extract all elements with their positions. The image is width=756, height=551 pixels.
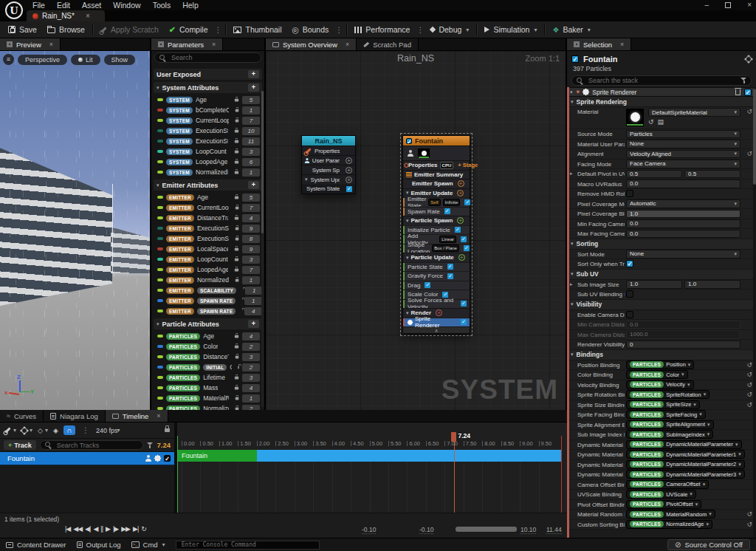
parameter-row[interactable]: EMITTERLoopCount3 [151,254,264,264]
add-icon[interactable]: + [346,167,352,174]
reset-to-default-icon[interactable]: ↺ [746,149,752,160]
reset-to-default-icon[interactable]: ↺ [746,370,752,380]
browse-to-asset-icon[interactable]: ▤ [658,118,664,126]
module-enabled-checkbox[interactable] [447,264,453,270]
emitter-enabled-checkbox[interactable] [406,138,412,144]
parameter-row[interactable]: EMITTERLocalSpace9 [151,244,264,254]
emitter-active-range-bar[interactable]: Fountain [177,450,257,462]
emitter-node-fountain[interactable]: Fountain Properties CPU + Stage Emitter … [402,135,470,334]
binding-position-binding[interactable]: PARTICLESPosition▾ [626,360,694,369]
parameter-row[interactable]: SYSTEMLoopCount3 [151,146,264,157]
binding-pivot-offset-binding[interactable]: PARTICLESPivotOffset▾ [626,500,701,509]
emitter-track-bar[interactable] [257,450,561,462]
minimize-icon[interactable]: – [705,0,709,10]
checkbox-remove-hmd-roll[interactable] [626,190,633,197]
binding-dynamic-material-3[interactable]: PARTICLESDynamicMaterialParameter3▾ [626,470,745,479]
parameter-row[interactable]: EMITTERExecutionSta8 [151,233,264,244]
parameter-row[interactable]: SYSTEMCurrentLoopD7 [151,115,264,126]
performance-button[interactable]: Performance [349,21,415,38]
transport-button-3[interactable]: ◀ [93,525,97,533]
module-enabled-checkbox[interactable] [455,227,461,233]
menu-tools[interactable]: Tools [147,0,177,10]
input-min-facing-camera[interactable]: 0.0 [626,219,740,228]
input-renderer-visibility[interactable]: 0 [626,340,740,349]
transport-button-5[interactable]: ▶ [106,525,110,533]
input-sub-image-size[interactable]: 1.0 [684,280,740,289]
checkbox-checked[interactable] [346,186,352,192]
system-node-row-system-state[interactable]: System State [302,184,355,194]
menu-file[interactable]: File [27,0,51,10]
close-icon[interactable]: × [157,412,160,420]
stack-search[interactable] [571,75,752,86]
system-node-row-system-update[interactable]: ▾System Update+ [302,174,355,184]
viewport-menu-icon[interactable]: ≡ [3,54,14,65]
output-log-button[interactable]: Output Log [77,541,121,549]
parameter-row[interactable]: SYSTEMExecutionSt11 [151,136,264,146]
emitter-properties-row[interactable]: Properties CPU + Stage [403,160,470,170]
module-particle-state[interactable]: Particle State [403,262,470,272]
snap-magnet-icon[interactable]: ∩ [63,425,75,435]
scrollbar[interactable] [753,87,756,538]
transport-button-8[interactable]: ▶| [133,525,138,533]
bounds-options-icon[interactable]: ⋮ [334,26,344,34]
parameter-row[interactable]: PARTICLESLifetime3 [151,372,264,383]
parameter-row[interactable]: SYSTEMLoopedAge6 [151,157,264,167]
module-enabled-checkbox[interactable] [447,273,453,279]
binding-dynamic-material-bi[interactable]: PARTICLESDynamicMaterialParameter▾ [626,440,742,449]
add-icon[interactable]: + [346,177,352,183]
playback-start-marker[interactable] [177,436,178,513]
dropdown-facing-mode[interactable]: Face Camera▾ [626,160,740,168]
system-node-rain-ns[interactable]: Rain_NS PropertiesUser Parameters+System… [301,135,356,194]
apply-scratch-button[interactable]: Apply Scratch [95,21,164,38]
timeline-ruler-area[interactable]: 0.000.501.001.502.002.503.003.504.004.50… [177,422,567,513]
debug-button[interactable]: Debug ▾ [425,21,474,38]
filter-icon[interactable] [740,78,746,83]
transport-button-9[interactable]: ↻ [141,525,146,533]
add-parameter-button[interactable]: + [248,83,259,92]
dropdown-sort-mode[interactable]: None▾ [626,250,740,259]
module-enabled-checkbox[interactable] [461,301,467,307]
parameter-row[interactable]: PARTICLESNormalized2 [151,403,264,410]
close-icon[interactable]: × [747,0,752,10]
add-module-icon[interactable]: + [458,254,465,261]
maximize-icon[interactable] [725,2,731,8]
module-enabled-checkbox[interactable] [461,236,467,242]
module-enabled-checkbox[interactable] [444,208,450,214]
transport-button-4[interactable]: || [100,525,103,533]
binding-sprite-facing-binding[interactable]: PARTICLESSpriteFacing▾ [626,410,706,419]
parameter-row[interactable]: SYSTEMNormalizedL1 [151,167,264,177]
stack-group-particle-spawn[interactable]: ▾Particle Spawn+ [403,216,470,225]
delete-renderer-icon[interactable] [735,89,740,95]
expander-arrow-icon[interactable]: ▸ [570,171,573,177]
input-max-facing-camera[interactable]: 0.0 [626,230,740,239]
close-icon[interactable]: × [212,41,216,48]
parameter-row[interactable]: EMITTERLoopedAge7 [151,264,264,275]
close-icon[interactable]: × [346,41,349,48]
node-graph-canvas[interactable]: Rain_NS Zoom 1:1 SYSTEM Rain_NS Properti… [266,51,566,410]
perspective-dropdown[interactable]: Perspective [18,55,67,65]
input-pixel-coverage-blend[interactable]: 1.0 [626,210,740,219]
thumbnail-button[interactable]: Thumbnail [228,21,286,38]
reset-to-default-icon[interactable]: ↺ [746,510,752,520]
module-emitter-state[interactable]: Emitter StateSelfInfinite [403,197,470,207]
system-node-row-properties[interactable]: Properties [302,146,355,155]
section-visibility[interactable]: ▾Visibility [567,300,756,310]
binding-uvscale-binding[interactable]: PARTICLESUVScale▾ [626,490,696,499]
tab-niagara-log[interactable]: Niagara Log [44,410,106,422]
input-min-camera-distance[interactable]: 0.0 [626,321,740,329]
sprite-renderer-header[interactable]: ▾ ♥ Sprite Renderer [567,87,756,97]
parameter-group-header[interactable]: ▾Particle Attributes+ [154,318,262,329]
playhead-handle[interactable] [451,432,456,442]
stack-group-emitter-spawn[interactable]: Emitter Spawn+ [403,179,470,188]
dropdown-material[interactable]: DefaultSpriteMaterial▾ [648,108,740,117]
use-selected-asset-icon[interactable]: ↺ [648,118,654,126]
input-default-pivot-in-uv-s[interactable]: 0.5 [626,170,682,179]
reset-to-default-icon[interactable]: ↺ [746,380,752,391]
bounds-button[interactable]: ◎ Bounds [287,21,334,38]
compile-button[interactable]: ✔ Compile [164,21,213,38]
menu-asset[interactable]: Asset [76,0,107,10]
system-node-row-user-parameters[interactable]: User Parameters+ [302,155,355,165]
parameter-row[interactable]: EMITTERSCALABILITY1 [151,285,264,295]
working-range-end[interactable]: 11.44 [546,526,562,534]
binding-color-binding[interactable]: PARTICLESColor▾ [626,370,688,379]
